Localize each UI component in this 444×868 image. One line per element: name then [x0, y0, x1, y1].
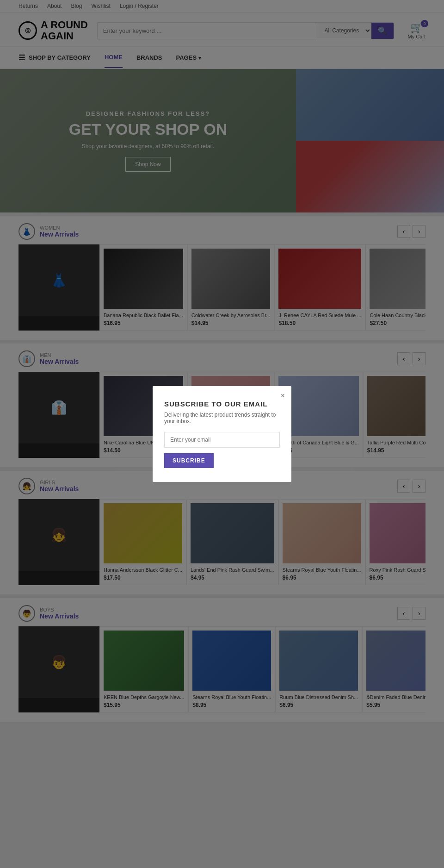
subscribe-button[interactable]: SUBCRIBE	[164, 453, 214, 468]
modal-description: Delivering the latest product trends str…	[164, 412, 280, 425]
subscribe-modal: × SUBSCRIBE TO OUR EMAIL Delivering the …	[153, 386, 291, 482]
modal-title: SUBSCRIBE TO OUR EMAIL	[164, 400, 280, 408]
email-input[interactable]	[164, 432, 280, 448]
modal-close-button[interactable]: ×	[281, 392, 285, 400]
modal-overlay[interactable]: × SUBSCRIBE TO OUR EMAIL Delivering the …	[0, 0, 444, 724]
